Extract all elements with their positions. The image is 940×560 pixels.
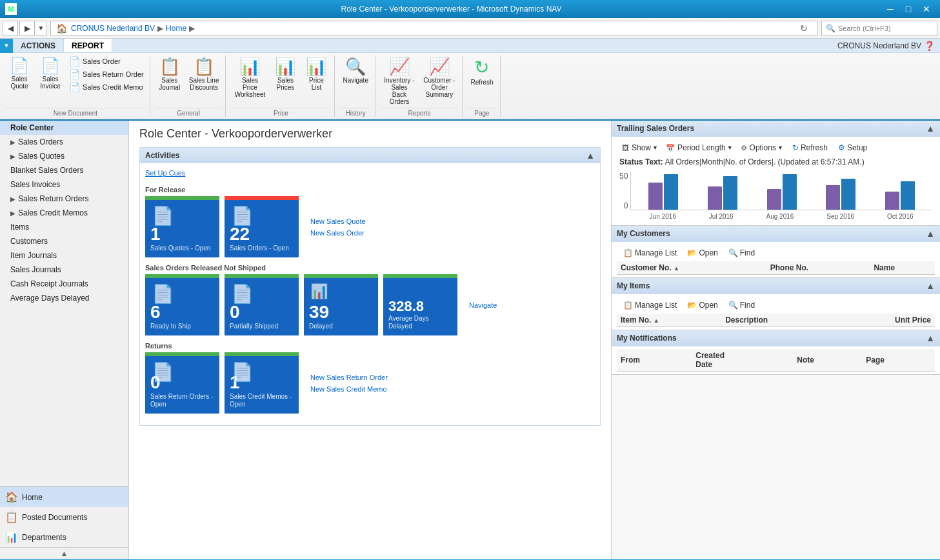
trailing-sales-orders-header[interactable]: Trailing Sales Orders ▲ [612, 121, 940, 137]
sidebar-footer-posted-documents[interactable]: 📋 Posted Documents [0, 507, 128, 527]
search-box[interactable]: 🔍 [821, 21, 937, 36]
chart-bar-jul-purple [708, 186, 722, 210]
forward-button[interactable]: ▶ [19, 21, 35, 36]
sidebar-item-cash-receipt-journals[interactable]: Cash Receipt Journals [0, 277, 128, 291]
items-col-description[interactable]: Description [721, 314, 835, 327]
customers-manage-list-button[interactable]: 📋 Manage List [619, 247, 681, 259]
back-button[interactable]: ◀ [3, 21, 18, 36]
address-crumb-home[interactable]: Home [166, 24, 186, 33]
sidebar-item-items[interactable]: Items [0, 220, 128, 234]
sidebar-collapse-button[interactable]: ▲ [0, 548, 128, 559]
ribbon-group-new-document-label: New Document [5, 108, 146, 117]
cue-tile-delayed[interactable]: 📊 39 Delayed [304, 274, 378, 335]
customers-col-name[interactable]: Name [870, 261, 935, 275]
show-dropdown[interactable]: 🖼 Show ▼ [619, 143, 661, 153]
setup-cues-link[interactable]: Set Up Cues [145, 169, 185, 177]
customers-col-phone[interactable]: Phone No. [766, 261, 870, 275]
cue-tile-ready-to-ship[interactable]: 📄 6 Ready to Ship [145, 274, 219, 335]
ribbon-btn-sales-return-order[interactable]: 📄 Sales Return Order [67, 68, 146, 80]
ribbon-btn-price-list[interactable]: 📊 PriceList [302, 55, 330, 92]
period-length-dropdown[interactable]: 📅 Period Length ▼ [663, 143, 735, 153]
trailing-sales-orders-collapse[interactable]: ▲ [926, 123, 935, 134]
ribbon-btn-sales-quote[interactable]: 📄 SalesQuote [5, 55, 34, 91]
trailing-refresh-button[interactable]: ↻ Refresh [788, 142, 832, 154]
address-crumb-company[interactable]: CRONUS Nederland BV [71, 24, 155, 33]
search-input[interactable] [838, 25, 928, 32]
notif-col-note[interactable]: Note [793, 349, 862, 372]
ribbon-btn-sales-prices[interactable]: 📊 SalesPrices [271, 55, 299, 92]
items-col-no[interactable]: Item No. ▲ [617, 314, 721, 327]
restore-button[interactable]: □ [900, 3, 917, 15]
address-refresh-icon[interactable]: ↻ [796, 23, 812, 34]
new-sales-quote-link[interactable]: New Sales Quote [310, 217, 366, 225]
ribbon-btn-sales-credit-memo[interactable]: 📄 Sales Credit Memo [67, 81, 146, 93]
items-col-unit-price[interactable]: Unit Price [835, 314, 935, 327]
ribbon-btn-refresh[interactable]: ↻ Refresh [468, 55, 496, 87]
customers-find-button[interactable]: 🔍 Find [725, 247, 759, 259]
sidebar-item-sales-credit-memos[interactable]: ▶Sales Credit Memos [0, 206, 128, 220]
sidebar-footer-departments[interactable]: 📊 Departments [0, 527, 128, 547]
sidebar-item-sales-invoices[interactable]: Sales Invoices [0, 177, 128, 192]
nav-dropdown-button[interactable]: ▼ [36, 21, 46, 36]
setup-button[interactable]: ⚙ Setup [834, 142, 871, 154]
my-customers-header[interactable]: My Customers ▲ [612, 226, 940, 242]
items-manage-list-button[interactable]: 📋 Manage List [619, 299, 681, 311]
cue-tile-partially-shipped[interactable]: 📄 0 Partially Shipped [225, 274, 299, 335]
activities-collapse-icon[interactable]: ▲ [586, 150, 595, 161]
items-find-button[interactable]: 🔍 Find [725, 299, 759, 311]
cue-tile-sales-credit-memos-open[interactable]: 📄 1 Sales Credit Memos - Open [225, 352, 299, 414]
cue-tile-sales-quotes-open[interactable]: 📄 1 Sales Quotes - Open [145, 196, 219, 257]
ribbon-btn-sales-order[interactable]: 📄 Sales Order [67, 55, 146, 67]
sidebar-item-sales-return-orders[interactable]: ▶Sales Return Orders [0, 192, 128, 206]
my-items-collapse[interactable]: ▲ [926, 281, 935, 291]
minimize-button[interactable]: ─ [882, 3, 899, 15]
sidebar-footer-home[interactable]: 🏠 Home [0, 487, 128, 507]
new-sales-return-order-link[interactable]: New Sales Return Order [310, 374, 388, 381]
sidebar-item-sales-quotes[interactable]: ▶Sales Quotes [0, 149, 128, 163]
navigate-link[interactable]: Navigate [469, 301, 497, 309]
close-button[interactable]: ✕ [918, 3, 935, 15]
sidebar-item-sales-orders[interactable]: ▶Sales Orders [0, 135, 128, 149]
right-panel: Trailing Sales Orders ▲ 🖼 Show ▼ 📅 Perio… [611, 121, 940, 559]
notif-col-from[interactable]: From [617, 349, 692, 372]
sidebar-item-item-journals[interactable]: Item Journals [0, 248, 128, 263]
sidebar-item-customers[interactable]: Customers [0, 234, 128, 248]
sidebar: Role Center ▶Sales Orders ▶Sales Quotes … [0, 121, 129, 559]
cue-tile-average-days-delayed[interactable]: 328.8 Average Days Delayed [383, 274, 457, 335]
options-dropdown[interactable]: ⚙ Options ▼ [738, 143, 786, 153]
sidebar-item-role-center[interactable]: Role Center [0, 121, 128, 135]
new-sales-order-link[interactable]: New Sales Order [310, 229, 366, 237]
ribbon-btn-customer-order-summary[interactable]: 📈 Customer - Order Summary [421, 55, 458, 99]
my-customers-collapse[interactable]: ▲ [926, 228, 935, 239]
address-bar: 🏠 CRONUS Nederland BV ▶ Home ▶ ↻ [50, 21, 817, 36]
cue-tile-top-bar-4 [225, 274, 299, 278]
ribbon-btn-sales-invoice[interactable]: 📄 SalesInvoice [36, 55, 65, 91]
sidebar-item-blanket-sales-orders[interactable]: Blanket Sales Orders [0, 163, 128, 177]
new-sales-credit-memo-link[interactable]: New Sales Credit Memo [310, 385, 388, 393]
chart-labels: Jun 2016 Jul 2016 Aug 2016 Sep 2016 Oct … [630, 210, 932, 220]
cue-tile-sales-orders-open[interactable]: 📄 22 Sales Orders - Open [225, 196, 299, 257]
my-notifications-collapse[interactable]: ▲ [926, 333, 935, 343]
ribbon-tab-dropdown[interactable]: ▼ [0, 39, 13, 53]
ribbon-btn-sales-journal[interactable]: 📋 SalesJournal [155, 55, 184, 92]
help-icon[interactable]: ❓ [924, 41, 935, 51]
notif-col-date[interactable]: CreatedDate [692, 349, 793, 372]
ribbon-btn-inventory-sales-back-orders[interactable]: 📈 Inventory - Sales Back Orders [381, 55, 418, 106]
chart-label-jun: Jun 2016 [650, 213, 676, 220]
ribbon-tab-report[interactable]: REPORT [64, 39, 112, 52]
cue-tile-sales-return-orders-open[interactable]: 📄 0 Sales Return Orders - Open [145, 352, 219, 414]
sidebar-item-sales-journals[interactable]: Sales Journals [0, 263, 128, 277]
customers-open-button[interactable]: 📂 Open [683, 247, 721, 259]
sidebar-item-average-days-delayed[interactable]: Average Days Delayed [0, 291, 128, 305]
ribbon-tab-actions[interactable]: ACTIONS [13, 39, 64, 52]
items-open-button[interactable]: 📂 Open [683, 299, 721, 311]
ribbon-btn-sales-line-discounts[interactable]: 📋 Sales LineDiscounts [186, 55, 222, 92]
notif-col-page[interactable]: Page [862, 349, 935, 372]
activities-section-header[interactable]: Activities ▲ [140, 148, 600, 163]
ribbon-btn-navigate[interactable]: 🔍 Navigate [340, 55, 370, 85]
customers-col-no[interactable]: Customer No. ▲ [617, 261, 766, 275]
my-notifications-header[interactable]: My Notifications ▲ [612, 330, 940, 346]
my-items-toolbar: 📋 Manage List 📂 Open 🔍 Find [617, 297, 935, 314]
ribbon-btn-sales-price-worksheet[interactable]: 📊 Sales PriceWorksheet [231, 55, 268, 99]
my-items-header[interactable]: My Items ▲ [612, 278, 940, 294]
